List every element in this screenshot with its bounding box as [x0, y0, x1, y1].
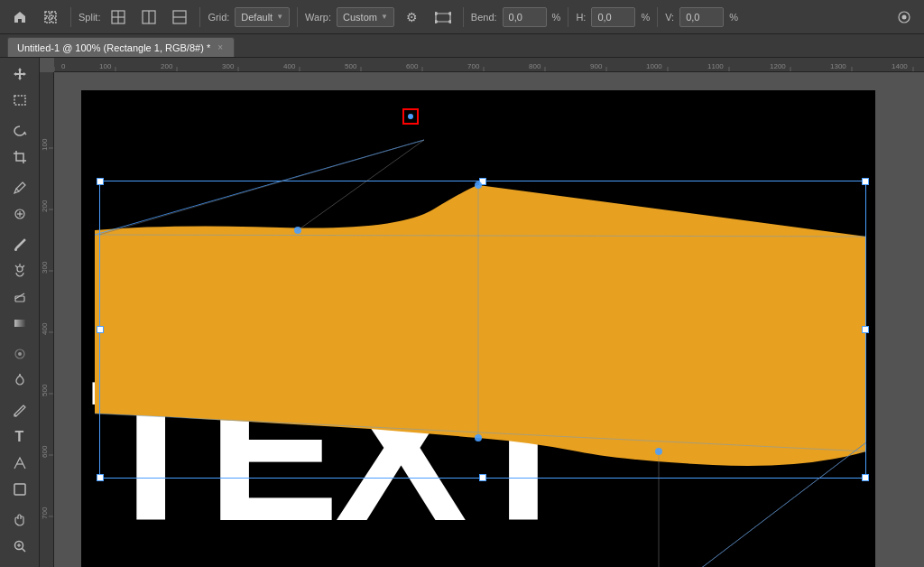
document-tab[interactable]: Untitled-1 @ 100% (Rectangle 1, RGB/8#) … [7, 37, 235, 57]
toolbar-separator-5 [568, 7, 568, 27]
svg-text:200: 200 [41, 200, 49, 212]
h-percent: % [641, 12, 650, 23]
svg-rect-18 [14, 96, 25, 105]
bend-label: Bend: [471, 12, 497, 23]
svg-text:300: 300 [41, 261, 49, 274]
pen-tool[interactable] [5, 398, 34, 423]
home-button[interactable] [7, 5, 32, 30]
svg-text:700: 700 [467, 62, 480, 70]
heal-tool[interactable] [5, 201, 34, 227]
warp-envelope-button[interactable] [430, 5, 456, 30]
v-input[interactable] [679, 7, 724, 27]
clone-tool[interactable] [5, 258, 34, 284]
svg-text:600: 600 [406, 62, 419, 70]
svg-rect-1 [51, 12, 56, 16]
ruler-top: 0 100 200 300 400 500 600 700 800 900 [54, 58, 924, 72]
bend-input[interactable] [503, 7, 547, 27]
eraser-tool[interactable] [5, 284, 34, 310]
v-value[interactable] [686, 12, 717, 23]
main-area: T [0, 58, 924, 567]
move-tool[interactable] [5, 61, 34, 87]
svg-point-23 [17, 266, 23, 272]
svg-text:1300: 1300 [830, 62, 846, 70]
warp-dropdown-arrow: ▼ [381, 13, 388, 21]
split-h-button[interactable] [167, 5, 192, 30]
toolbar-separator-1 [70, 7, 71, 27]
view-options-button[interactable] [892, 5, 917, 30]
svg-text:400: 400 [41, 322, 49, 335]
grid-value: Default [241, 12, 273, 23]
svg-rect-27 [15, 296, 24, 302]
canvas-area: 0 100 200 300 400 500 600 700 800 900 [40, 58, 924, 567]
split-grid-button[interactable] [106, 5, 131, 30]
svg-text:500: 500 [345, 62, 357, 70]
svg-line-35 [22, 549, 25, 553]
svg-rect-2 [45, 18, 50, 23]
rect-select-tool[interactable] [5, 88, 34, 113]
brush-tool[interactable] [5, 232, 34, 257]
svg-text:800: 800 [529, 62, 541, 70]
shape-tool[interactable] [5, 477, 34, 502]
svg-rect-40 [54, 58, 924, 72]
svg-text:1400: 1400 [892, 62, 908, 70]
svg-text:100: 100 [99, 62, 112, 70]
top-toolbar: Split: Grid: Default ▼ Warp: Custom ▼ ⚙ [0, 0, 924, 34]
grid-label: Grid: [208, 12, 229, 23]
svg-point-14 [435, 20, 438, 23]
bend-percent: % [552, 12, 561, 23]
h-label: H: [576, 12, 586, 23]
tab-title: Untitled-1 @ 100% (Rectangle 1, RGB/8#) … [17, 42, 210, 53]
svg-text:200: 200 [161, 62, 173, 70]
svg-rect-3 [51, 18, 56, 23]
blur-tool[interactable] [5, 341, 34, 367]
h-input[interactable] [591, 7, 635, 27]
bend-value[interactable] [509, 12, 541, 23]
warp-shape [81, 90, 875, 567]
crop-tool[interactable] [5, 144, 34, 170]
toolbar-separator-6 [657, 7, 658, 27]
toolbar-separator-3 [297, 7, 298, 27]
svg-text:500: 500 [41, 384, 49, 396]
svg-rect-28 [14, 320, 25, 327]
svg-text:400: 400 [283, 62, 296, 70]
v-label: V: [665, 12, 674, 23]
text-tool[interactable]: T [5, 424, 34, 450]
svg-text:100: 100 [41, 138, 49, 151]
grid-dropdown[interactable]: Default ▼ [235, 7, 290, 27]
tab-close-button[interactable]: × [216, 42, 225, 53]
svg-rect-33 [14, 484, 25, 495]
svg-text:600: 600 [41, 445, 49, 458]
design-canvas: TEXT [81, 90, 875, 567]
dodge-tool[interactable] [5, 367, 34, 393]
svg-line-26 [22, 265, 23, 267]
warp-label: Warp: [305, 12, 331, 23]
svg-rect-0 [45, 12, 50, 16]
grid-dropdown-arrow: ▼ [276, 13, 283, 21]
warp-control-point-top[interactable] [402, 108, 419, 125]
svg-text:1000: 1000 [646, 62, 662, 70]
svg-point-13 [448, 12, 451, 15]
ruler-left: 100 200 300 400 500 600 700 800 [40, 72, 54, 567]
split-v-button[interactable] [136, 5, 162, 30]
warp-dropdown[interactable]: Custom ▼ [337, 7, 394, 27]
selection-mode-button[interactable] [38, 5, 63, 30]
svg-point-17 [902, 14, 907, 19]
gradient-tool[interactable] [5, 311, 34, 336]
canvas-content: TEXT [54, 72, 924, 567]
left-toolbox: T [0, 58, 40, 567]
svg-text:300: 300 [222, 62, 235, 70]
eyedropper-tool[interactable] [5, 175, 34, 200]
tab-bar: Untitled-1 @ 100% (Rectangle 1, RGB/8#) … [0, 34, 924, 58]
hand-tool[interactable] [5, 507, 34, 533]
lasso-tool[interactable] [5, 118, 34, 144]
svg-text:900: 900 [590, 62, 603, 70]
zoom-tool[interactable] [5, 534, 34, 559]
h-value[interactable] [597, 12, 629, 23]
svg-point-30 [18, 352, 22, 356]
warp-settings-button[interactable]: ⚙ [400, 5, 425, 30]
v-percent: % [729, 12, 738, 23]
svg-text:700: 700 [41, 507, 49, 519]
svg-line-25 [15, 265, 17, 267]
path-select-tool[interactable] [5, 451, 34, 476]
toolbar-separator-2 [199, 7, 200, 27]
